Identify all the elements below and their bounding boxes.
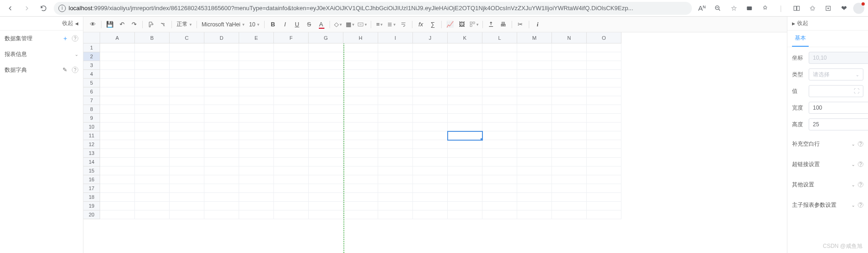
cell-E16[interactable]	[239, 175, 274, 184]
cell-C4[interactable]	[170, 70, 204, 79]
forward-button[interactable]	[20, 2, 33, 15]
cell-H9[interactable]	[343, 114, 378, 123]
cell-I12[interactable]	[378, 140, 413, 149]
align-h-button[interactable]: ≡	[374, 19, 385, 30]
row-header-7[interactable]: 7	[83, 96, 100, 105]
favorite-icon[interactable]: ☆	[727, 2, 740, 15]
cell-E15[interactable]	[239, 167, 274, 175]
cell-G14[interactable]	[309, 158, 343, 167]
cell-J5[interactable]	[413, 79, 448, 87]
print-button[interactable]: 🖶	[498, 19, 509, 30]
reload-button[interactable]	[37, 2, 50, 15]
cell-F2[interactable]	[274, 52, 309, 61]
cell-O10[interactable]	[587, 123, 621, 131]
cell-H2[interactable]	[343, 52, 378, 61]
cell-B14[interactable]	[135, 158, 170, 167]
italic-button[interactable]: I	[279, 19, 291, 30]
cell-M14[interactable]	[517, 158, 552, 167]
performance-icon[interactable]: ❤	[837, 2, 850, 15]
cell-M20[interactable]	[517, 210, 552, 219]
row-header-17[interactable]: 17	[83, 184, 100, 193]
cell-O18[interactable]	[587, 193, 621, 202]
cell-G9[interactable]	[309, 114, 343, 123]
tools-button[interactable]: ✂	[515, 19, 526, 30]
align-v-button[interactable]	[386, 19, 397, 30]
cell-I17[interactable]	[378, 184, 413, 193]
cell-M7[interactable]	[517, 96, 552, 105]
cell-M9[interactable]	[517, 114, 552, 123]
cell-G18[interactable]	[309, 193, 343, 202]
cell-H7[interactable]	[343, 96, 378, 105]
cell-M4[interactable]	[517, 70, 552, 79]
cell-C15[interactable]	[170, 167, 204, 175]
cell-J4[interactable]	[413, 70, 448, 79]
cell-J3[interactable]	[413, 61, 448, 70]
col-header-H[interactable]: H	[343, 32, 378, 43]
cell-K7[interactable]	[448, 96, 482, 105]
cell-J7[interactable]	[413, 96, 448, 105]
cell-E11[interactable]	[239, 131, 274, 140]
cell-D5[interactable]	[204, 79, 239, 87]
cell-E5[interactable]	[239, 79, 274, 87]
col-header-E[interactable]: E	[239, 32, 274, 43]
row-header-4[interactable]: 4	[83, 70, 100, 79]
type-select[interactable]: 请选择⌄	[809, 68, 863, 80]
cell-B15[interactable]	[135, 167, 170, 175]
row-header-10[interactable]: 10	[83, 123, 100, 131]
cell-B3[interactable]	[135, 61, 170, 70]
cell-C10[interactable]	[170, 123, 204, 131]
cell-E3[interactable]	[239, 61, 274, 70]
cell-N19[interactable]	[552, 202, 587, 210]
cell-O17[interactable]	[587, 184, 621, 193]
cell-A18[interactable]	[100, 193, 135, 202]
cell-M19[interactable]	[517, 202, 552, 210]
cell-E10[interactable]	[239, 123, 274, 131]
cell-O6[interactable]	[587, 87, 621, 96]
col-header-F[interactable]: F	[274, 32, 309, 43]
cell-C8[interactable]	[170, 105, 204, 114]
cell-O9[interactable]	[587, 114, 621, 123]
cell-E18[interactable]	[239, 193, 274, 202]
cell-J1[interactable]	[413, 43, 448, 52]
cell-K1[interactable]	[448, 43, 482, 52]
cell-A15[interactable]	[100, 167, 135, 175]
back-button[interactable]	[4, 2, 17, 15]
cell-K18[interactable]	[448, 193, 482, 202]
cell-B4[interactable]	[135, 70, 170, 79]
cell-L18[interactable]	[482, 193, 517, 202]
cell-H17[interactable]	[343, 184, 378, 193]
dataset-help-icon[interactable]: ?	[72, 35, 78, 42]
cell-H18[interactable]	[343, 193, 378, 202]
cell-E6[interactable]	[239, 87, 274, 96]
cell-N16[interactable]	[552, 175, 587, 184]
cell-N5[interactable]	[552, 79, 587, 87]
cell-B8[interactable]	[135, 105, 170, 114]
cell-D1[interactable]	[204, 43, 239, 52]
cell-F1[interactable]	[274, 43, 309, 52]
cell-D20[interactable]	[204, 210, 239, 219]
cell-B16[interactable]	[135, 175, 170, 184]
cell-E2[interactable]	[239, 52, 274, 61]
cell-D18[interactable]	[204, 193, 239, 202]
cell-D12[interactable]	[204, 140, 239, 149]
row-header-13[interactable]: 13	[83, 149, 100, 158]
cell-C11[interactable]	[170, 131, 204, 140]
cell-N15[interactable]	[552, 167, 587, 175]
cell-E12[interactable]	[239, 140, 274, 149]
cell-B19[interactable]	[135, 202, 170, 210]
info-button[interactable]: i	[532, 19, 543, 30]
cell-D7[interactable]	[204, 96, 239, 105]
cell-H4[interactable]	[343, 70, 378, 79]
cell-N8[interactable]	[552, 105, 587, 114]
cell-I3[interactable]	[378, 61, 413, 70]
acc-subparam[interactable]: 主子报表参数设置⌄ ?	[792, 198, 863, 212]
cell-K15[interactable]	[448, 167, 482, 175]
cell-J18[interactable]	[413, 193, 448, 202]
cell-C1[interactable]	[170, 43, 204, 52]
cell-D11[interactable]	[204, 131, 239, 140]
merge-button[interactable]	[357, 19, 368, 30]
col-header-N[interactable]: N	[552, 32, 587, 43]
cell-N7[interactable]	[552, 96, 587, 105]
cell-F10[interactable]	[274, 123, 309, 131]
cell-M12[interactable]	[517, 140, 552, 149]
